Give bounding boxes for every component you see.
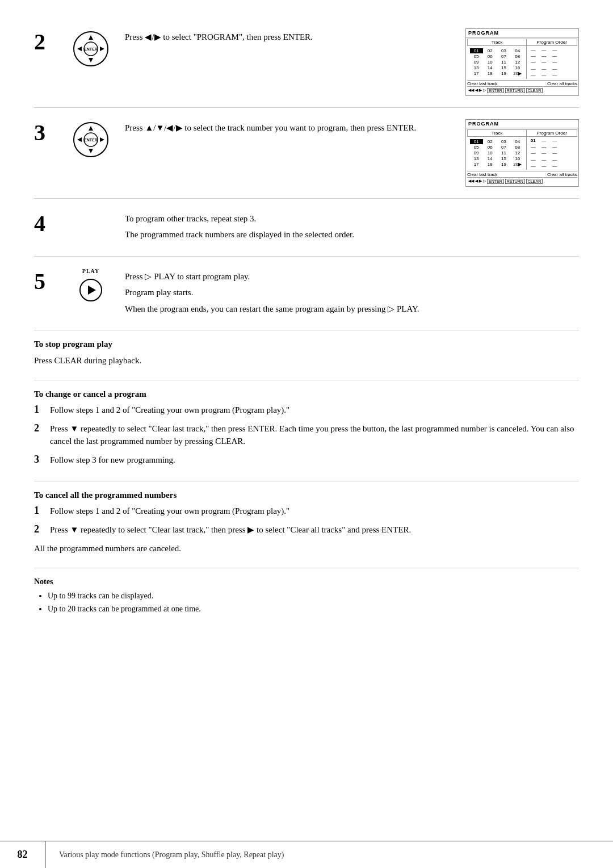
main-content: 2 ENTER Press ◀/▶ to select "PROGRA [0,0,613,659]
track-2-09: 09 [470,150,483,156]
notes-item-2: Up to 20 tracks can be programmed at one… [48,603,579,615]
change-steps-list: 1 Follow steps 1 and 2 of "Creating your… [34,404,579,466]
svg-marker-2 [89,35,93,40]
step-2-row: 2 ENTER Press ◀/▶ to select "PROGRA [34,17,579,108]
svg-marker-3 [89,58,93,62]
cancel-all-note: All the programmed numbers are canceled. [34,542,579,555]
ctrl-enter-2: ENTER [487,179,504,184]
track-19: 19 [497,71,510,76]
ctrl-clear-2: CLEAR [526,179,543,184]
cancel-all-step-2: 2 Press ▼ repeatedly to select "Clear la… [34,523,579,536]
step-2-body: Press ◀/▶ to select "PROGRAM", then pres… [125,28,454,47]
track-18: 18 [484,71,497,76]
track-01: 01 [470,48,483,53]
notes-section: Notes Up to 99 tracks can be displayed. … [34,568,579,624]
step-4-line2: The programmed track numbers are display… [125,228,579,241]
step-3-body: Press ▲/▼/◀/▶ to select the track number… [125,119,454,138]
track-2-15: 15 [497,156,510,161]
controller-icon: ENTER [70,28,111,69]
track-09: 09 [470,60,483,65]
change-step-3-num: 3 [34,454,45,467]
step-3-row: 3 ENTER Press ▲/▼/◀/▶ to select the trac… [34,108,579,199]
order-header-2: Program Order [527,129,577,136]
change-section: To change or cancel a program 1 Follow s… [34,380,579,481]
svg-marker-4 [77,47,82,51]
ctrl-play-1: ▷ [483,88,486,93]
track-2-02: 02 [484,139,497,144]
track-2-01: 01 [470,139,483,144]
ctrl-next-2: ▶ [479,179,482,183]
svg-marker-9 [89,126,93,131]
ctrl-prev-1: ◀ [475,88,478,93]
step-3-number: 3 [34,121,57,144]
step-2-right: Press ◀/▶ to select "PROGRAM", then pres… [125,28,579,96]
program-table-2: Track Program Order 01 02 [467,129,577,170]
change-step-1-num: 1 [34,404,45,417]
track-10: 10 [484,60,497,65]
track-2-19: 19 [497,162,510,167]
step-5-body: Press ▷ PLAY to start program play. Prog… [125,268,579,319]
change-step-1-text: Follow steps 1 and 2 of "Creating your o… [50,404,579,417]
cancel-all-step-2-num: 2 [34,523,45,536]
step-5-row: 5 PLAY Press ▷ PLAY to start program pla… [34,257,579,331]
program-inner-2: Track Program Order 01 02 [466,128,578,186]
cancel-all-step-1-num: 1 [34,505,45,518]
step-4-body: To program other tracks, repeat step 3. … [125,210,579,245]
controls-row-2: ◀◀ ◀ ▶ ▷ ENTER RETURN CLEAR [467,177,577,185]
program-title-1: PROGRAM [466,29,578,37]
track-06: 06 [484,54,497,59]
track-header-2: Track [468,129,527,136]
step-2-icon: ENTER [68,28,114,69]
ctrl-next-1: ▶ [479,88,482,93]
cancel-all-step-1-text: Follow steps 1 and 2 of "Creating your o… [50,505,579,518]
change-step-2-num: 2 [34,422,45,448]
change-step-1: 1 Follow steps 1 and 2 of "Creating your… [34,404,579,417]
step-5-line3: When the program ends, you can restart t… [125,303,579,316]
footer-text: Various play mode functions (Program pla… [45,850,284,859]
program-table-1: Track Program Order 01 02 [467,39,577,79]
track-2-07: 07 [497,145,510,150]
track-2-18: 18 [484,162,497,167]
program-display-1: PROGRAM Track Program Order [465,28,579,96]
step-3-right: Press ▲/▼/◀/▶ to select the track number… [125,119,579,187]
track-05: 05 [470,54,483,59]
step-2-instruction: Press ◀/▶ to select "PROGRAM", then pres… [125,31,454,44]
step-5-icons: PLAY [68,268,114,301]
program-title-2: PROGRAM [466,120,578,128]
track-2-17: 17 [470,162,483,167]
track-14: 14 [484,65,497,70]
track-2-16: 16 [511,156,524,161]
track-16: 16 [511,65,524,70]
track-2-11: 11 [497,150,510,156]
play-label: PLAY [82,268,99,274]
clear-all-2: Clear all tracks [547,172,577,177]
ctrl-rewind-1: ◀◀ [468,88,474,93]
clear-row-1: Clear last track Clear all tracks [467,80,577,86]
track-2-12: 12 [511,150,524,156]
clear-all-1: Clear all tracks [547,81,577,86]
change-title: To change or cancel a program [34,389,579,399]
track-2-04: 04 [511,139,524,144]
step-5-line1: Press ▷ PLAY to start program play. [125,270,579,283]
cancel-all-steps-list: 1 Follow steps 1 and 2 of "Creating your… [34,505,579,536]
step-3-instruction: Press ▲/▼/◀/▶ to select the track number… [125,121,454,135]
controls-row-1: ◀◀ ◀ ▶ ▷ ENTER RETURN CLEAR [467,86,577,94]
track-12: 12 [511,60,524,65]
svg-text:ENTER: ENTER [84,47,98,51]
track-08: 08 [511,54,524,59]
controller-icon-2: ENTER [70,119,111,160]
step-5-number: 5 [34,270,57,293]
ctrl-return-1: RETURN [505,88,525,93]
step-5-line2: Program play starts. [125,286,579,299]
track-2-08: 08 [511,145,524,150]
footer: 82 Various play mode functions (Program … [0,841,613,868]
stop-title: To stop program play [34,339,579,349]
notes-title: Notes [34,577,579,586]
page-container: 2 ENTER Press ◀/▶ to select "PROGRA [0,0,613,868]
track-header-1: Track [468,39,527,46]
ctrl-play-2: ▷ [483,179,486,183]
stop-text: Press CLEAR during playback. [34,354,579,367]
svg-text:ENTER: ENTER [84,138,98,142]
track-2-13: 13 [470,156,483,161]
program-order-col-2: 01—— ——— ——— ——— ——— [527,136,577,169]
